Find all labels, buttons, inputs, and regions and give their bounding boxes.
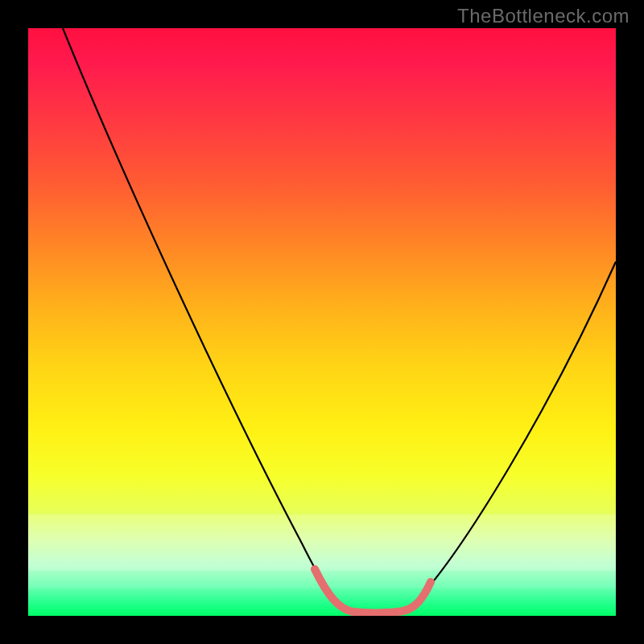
- plot-area: [28, 28, 616, 616]
- chart-frame: TheBottleneck.com: [0, 0, 644, 644]
- optimal-zone-line: [315, 569, 431, 613]
- curve-layer: [28, 28, 616, 616]
- bottleneck-curve-line: [63, 28, 616, 612]
- watermark-text: TheBottleneck.com: [457, 5, 630, 27]
